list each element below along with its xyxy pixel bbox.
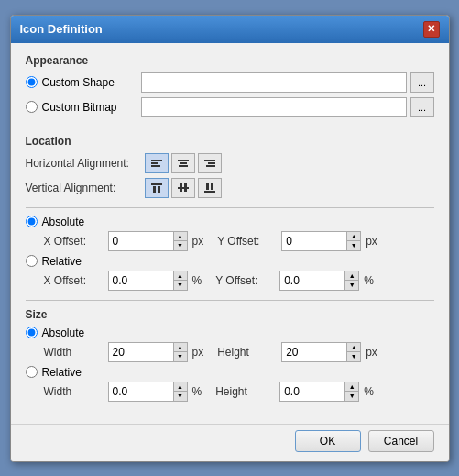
- custom-bitmap-browse-button[interactable]: ...: [410, 97, 434, 117]
- abs-width-spinner: ▲ ▼: [108, 342, 188, 362]
- v-align-top-button[interactable]: [145, 178, 169, 198]
- absolute-position-label: Absolute: [42, 216, 85, 228]
- abs-width-spin-up[interactable]: ▲: [174, 343, 187, 352]
- ok-button[interactable]: OK: [295, 430, 361, 452]
- svg-rect-8: [206, 165, 215, 167]
- rel-width-spinner-buttons: ▲ ▼: [173, 382, 187, 401]
- abs-width-input[interactable]: [109, 343, 173, 361]
- rel-x-spin-up[interactable]: ▲: [174, 271, 187, 281]
- svg-rect-11: [158, 186, 160, 193]
- close-button[interactable]: ✕: [423, 21, 440, 38]
- abs-x-input[interactable]: [109, 232, 173, 250]
- v-align-bottom-button[interactable]: [198, 178, 222, 198]
- absolute-position-radio[interactable]: [26, 216, 38, 227]
- svg-rect-9: [151, 183, 162, 185]
- size-section: Size Absolute Width ▲ ▼ px Height: [26, 308, 434, 402]
- rel-x-spin-down[interactable]: ▼: [174, 281, 187, 290]
- v-align-middle-button[interactable]: [171, 178, 195, 198]
- abs-height-spin-down[interactable]: ▼: [347, 352, 360, 361]
- abs-height-spin-up[interactable]: ▲: [347, 343, 360, 352]
- rel-x-input[interactable]: [109, 271, 173, 290]
- relative-size-radio[interactable]: [26, 366, 38, 378]
- rel-x-spinner: ▲ ▼: [108, 271, 188, 291]
- rel-y-spin-up[interactable]: ▲: [345, 271, 358, 281]
- rel-y-input[interactable]: [280, 271, 344, 290]
- abs-width-spin-down[interactable]: ▼: [174, 352, 187, 361]
- rel-height-spinner: ▲ ▼: [279, 382, 359, 402]
- valign-middle-icon: [177, 183, 190, 194]
- title-bar: Icon Definition ✕: [11, 16, 449, 43]
- align-center-icon: [177, 158, 190, 169]
- location-label: Location: [26, 135, 434, 148]
- abs-x-unit: px: [192, 235, 204, 248]
- dialog-title: Icon Definition: [20, 22, 103, 36]
- svg-rect-17: [211, 183, 213, 190]
- rel-y-unit: %: [364, 274, 374, 287]
- rel-y-spinner: ▲ ▼: [279, 271, 359, 291]
- h-align-left-button[interactable]: [145, 153, 169, 173]
- rel-height-spin-down[interactable]: ▼: [345, 392, 358, 401]
- horizontal-align-group: Horizontal Alignment:: [26, 153, 434, 173]
- rel-width-spin-down[interactable]: ▼: [174, 392, 187, 401]
- svg-rect-0: [151, 160, 162, 161]
- absolute-size-radio[interactable]: [26, 327, 38, 338]
- svg-rect-16: [206, 183, 209, 190]
- separator-1: [26, 127, 434, 127]
- rel-x-offset-label: X Offset:: [44, 274, 108, 287]
- relative-position-label: Relative: [42, 255, 82, 268]
- appearance-section: Appearance Custom Shape ... Custom Bitma…: [26, 54, 434, 117]
- rel-height-spin-up[interactable]: ▲: [345, 382, 358, 392]
- svg-rect-1: [151, 162, 158, 164]
- rel-height-label: Height: [215, 385, 279, 398]
- abs-width-unit: px: [192, 346, 204, 359]
- rel-height-input[interactable]: [280, 382, 344, 401]
- horizontal-align-label: Horizontal Alignment:: [26, 157, 145, 170]
- abs-height-label: Height: [217, 346, 281, 359]
- abs-height-spinner-buttons: ▲ ▼: [346, 343, 360, 361]
- abs-position-radio-row: Absolute: [26, 216, 434, 228]
- separator-3: [26, 300, 434, 301]
- svg-rect-6: [204, 160, 215, 161]
- custom-shape-radio[interactable]: [26, 76, 38, 88]
- abs-x-spin-down[interactable]: ▼: [174, 241, 187, 250]
- abs-width-spinner-buttons: ▲ ▼: [173, 343, 187, 361]
- rel-x-spinner-buttons: ▲ ▼: [173, 271, 187, 290]
- svg-rect-15: [204, 191, 215, 193]
- abs-y-input[interactable]: [282, 232, 346, 250]
- cancel-button[interactable]: Cancel: [368, 430, 434, 452]
- abs-x-spinner: ▲ ▼: [108, 231, 188, 251]
- abs-y-spin-up[interactable]: ▲: [347, 232, 360, 241]
- h-align-right-button[interactable]: [198, 153, 222, 173]
- rel-height-unit: %: [364, 385, 374, 398]
- dialog-footer: OK Cancel: [11, 424, 449, 461]
- rel-width-input[interactable]: [109, 382, 173, 401]
- custom-shape-input[interactable]: [141, 72, 407, 93]
- svg-rect-13: [180, 183, 182, 192]
- rel-width-spin-up[interactable]: ▲: [174, 382, 187, 392]
- rel-width-spinner: ▲ ▼: [108, 382, 188, 402]
- valign-top-icon: [150, 183, 163, 194]
- rel-y-spin-down[interactable]: ▼: [345, 281, 358, 290]
- svg-rect-2: [151, 165, 160, 167]
- svg-rect-12: [178, 187, 189, 189]
- relative-position-radio[interactable]: [26, 255, 38, 267]
- svg-rect-7: [208, 162, 215, 164]
- abs-width-label: Width: [44, 346, 108, 359]
- rel-size-radio-row: Relative: [26, 366, 434, 379]
- abs-x-spin-up[interactable]: ▲: [174, 232, 187, 241]
- icon-definition-dialog: Icon Definition ✕ Appearance Custom Shap…: [10, 15, 450, 462]
- custom-shape-label: Custom Shape: [42, 76, 134, 89]
- abs-y-spin-down[interactable]: ▼: [347, 241, 360, 250]
- align-right-icon: [203, 158, 216, 169]
- h-align-center-button[interactable]: [171, 153, 195, 173]
- abs-x-offset-label: X Offset:: [44, 235, 108, 248]
- abs-y-unit: px: [366, 235, 377, 248]
- custom-shape-browse-button[interactable]: ...: [410, 72, 434, 93]
- align-left-icon: [150, 158, 163, 169]
- relative-size-label: Relative: [42, 366, 82, 379]
- custom-bitmap-radio[interactable]: [26, 101, 38, 113]
- rel-position-radio-row: Relative: [26, 255, 434, 268]
- abs-height-input[interactable]: [282, 343, 346, 361]
- svg-rect-5: [179, 165, 188, 167]
- custom-bitmap-input[interactable]: [141, 97, 407, 117]
